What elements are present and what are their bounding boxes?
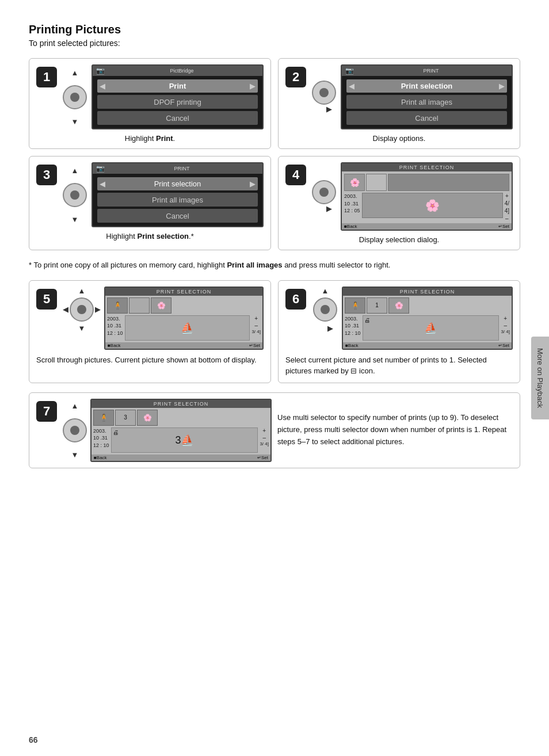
step6-screen-title: PRINT SELECTION <box>343 288 512 296</box>
step2-print-all-label: Print all images <box>401 98 452 106</box>
step4-set: ↵Set <box>498 224 509 229</box>
step6-set: ↵Set <box>498 343 509 348</box>
step5-counter: 3/ 4] <box>251 329 261 334</box>
step3-dpad <box>63 183 87 207</box>
step5-minus: – <box>254 322 258 329</box>
page-num-value: 66 <box>29 735 38 744</box>
step6-plus: + <box>504 315 507 322</box>
subtitle: To print selected pictures: <box>29 39 520 48</box>
step7-footer: ■Back ↵Set <box>92 455 270 461</box>
step1-dpad <box>63 85 87 109</box>
step6-screen: PRINT SELECTION 🧍 1 🌸 2003. 10 .31 12 : … <box>342 287 513 350</box>
sidebar-label: More on Playback <box>536 348 544 408</box>
step7-date: 2003. 10 .31 12 : 10 <box>93 427 109 449</box>
step6-thumb-3: 🌸 <box>388 297 409 314</box>
step1-dpof-label: DPOF printing <box>154 98 201 106</box>
step6-counter: 3/ 4] <box>501 329 510 334</box>
step4-bottom: 2003. 10 .31 12 : 05 🌸 + 4/ 4] – <box>342 191 512 223</box>
step5-thumb-3: 🌸 <box>151 297 171 314</box>
step7-minus: – <box>262 434 266 441</box>
step2-right-arrow: ▶ <box>499 82 505 90</box>
step2-cancel-label: Cancel <box>415 114 438 123</box>
step5-main-thumb: ⛵ <box>125 315 250 341</box>
step3-print-all-label: Print all images <box>152 196 203 204</box>
step7-counter: 3/ 4] <box>260 441 269 446</box>
step7-description: Use multi selector to specify number of … <box>277 399 513 462</box>
step5-thumb-1: 🧍 <box>107 297 128 314</box>
step6-print-icon: 🖨 <box>364 317 370 323</box>
step7-main-thumb: 3⛵ 🖨 <box>111 427 258 453</box>
step7-down: ▼ <box>71 450 79 459</box>
step3-menu: ◀ Print selection ▶ Print all images Can… <box>93 174 262 226</box>
step6-caption: Select current picture and set number of… <box>285 354 513 377</box>
step3-print-sel: ◀ Print selection ▶ <box>97 177 258 190</box>
step7-set: ↵Set <box>257 455 268 460</box>
step1-menu-item-1: ◀ Print ▶ <box>97 79 258 93</box>
step4-screen: PRINT SELECTION 🌸 2003. 10 .31 12 : 05 🌸… <box>341 162 513 231</box>
step5-dpad <box>70 297 94 322</box>
footnote: * To print one copy of all pictures on m… <box>29 259 520 271</box>
step7-bottom: 2003. 10 .31 12 : 10 3⛵ 🖨 + – 3/ 4] <box>92 426 270 455</box>
step4-thumb-3 <box>388 174 509 191</box>
step-6-number: 6 <box>285 289 306 310</box>
step5-left: ◀ <box>63 305 68 314</box>
step1-left-arrow: ◀ <box>100 82 105 90</box>
step1-right-arrow: ▶ <box>250 82 256 90</box>
step3-arrow-up: ▲ <box>71 166 79 175</box>
step7-screen: PRINT SELECTION 🧍 3 🌸 2003. 10 .31 12 : … <box>90 399 272 462</box>
step4-date: 2003. 10 .31 12 : 05 <box>344 193 360 215</box>
step4-minus: – <box>505 215 509 222</box>
step3-cancel: Cancel <box>97 209 258 223</box>
page-number: 66 <box>29 735 38 744</box>
step7-plus: + <box>262 427 266 434</box>
step6-up: ▲ <box>322 287 329 295</box>
step3-left-arrow: ◀ <box>100 180 105 188</box>
step1-menu-print: Print <box>169 82 186 90</box>
step1-screen-title: PictBridge <box>105 68 259 74</box>
step4-caption: Display selection dialog. <box>359 235 439 244</box>
step5-screen: PRINT SELECTION 🧍 🌸 2003. 10 .31 12 : 10… <box>104 287 264 350</box>
step4-thumb-1: 🌸 <box>344 174 365 191</box>
step5-controls: + – 3/ 4] <box>251 315 261 334</box>
step5-bottom: 2003. 10 .31 12 : 10 ⛵ + – 3/ 4] <box>105 314 262 342</box>
step1-screen: 📷 PictBridge ◀ Print ▶ DPOF printing Can… <box>92 64 264 129</box>
page-title: Printing Pictures <box>29 23 520 36</box>
step3-caption: Highlight Print selection.* <box>106 232 193 240</box>
step6-right: ▶ <box>327 324 333 333</box>
step4-counter: 4/ <box>505 200 509 207</box>
steps-1-4-grid: 1 ▲ ▼ 📷 PictBridge ◀ Print <box>29 58 520 250</box>
step4-main-thumb: 🌸 <box>362 193 503 218</box>
step7-thumb-2: 3 <box>115 410 136 426</box>
step4-screen-title: PRINT SELECTION <box>342 163 512 171</box>
step-3-number: 3 <box>36 165 57 185</box>
step5-right: ▶ <box>95 305 101 314</box>
step1-menu: ◀ Print ▶ DPOF printing Cancel <box>93 76 262 128</box>
step-6-box: 6 ▲ ▶ PRINT SELECTION 🧍 1 � <box>278 280 520 383</box>
step3-print-all: Print all images <box>97 193 258 207</box>
step4-plus: + <box>505 193 509 199</box>
step6-thumb-1: 🧍 <box>345 297 365 314</box>
step1-caption: Highlight Print. <box>125 134 175 143</box>
step4-thumb-2 <box>366 174 387 191</box>
step2-cancel: Cancel <box>346 111 507 125</box>
step3-screen-title: PRINT <box>105 166 259 171</box>
step4-arrow-right: ▶ <box>326 204 332 213</box>
sidebar-tab: More on Playback <box>531 337 549 419</box>
step2-print-sel-label: Print selection <box>401 82 453 90</box>
step5-plus: + <box>254 315 258 322</box>
step1-menu-dpof: DPOF printing <box>97 95 258 109</box>
step7-dpad <box>63 418 87 442</box>
step5-down: ▼ <box>78 324 86 333</box>
step-2-box: 2 ▶ 📷 PRINT ◀ Print selection <box>278 58 520 149</box>
step-3-box: 3 ▲ ▼ 📷 PRINT ◀ Print selec <box>29 156 271 250</box>
step1-arrow-up: ▲ <box>71 68 79 77</box>
step5-back: ■Back <box>108 343 121 348</box>
step2-screen-title: PRINT <box>354 68 508 74</box>
step-5-box: 5 ▲ ◀ ▶ ▼ PRINT SELECTION 🧍 <box>29 280 271 383</box>
step1-arrow-down: ▼ <box>71 117 79 126</box>
step5-up: ▲ <box>78 287 86 295</box>
step2-screen: 📷 PRINT ◀ Print selection ▶ Print all im… <box>341 64 513 129</box>
step5-caption: Scroll through pictures. Current picture… <box>36 354 264 366</box>
step2-menu: ◀ Print selection ▶ Print all images Can… <box>342 76 512 128</box>
step5-screen-title: PRINT SELECTION <box>105 288 262 296</box>
